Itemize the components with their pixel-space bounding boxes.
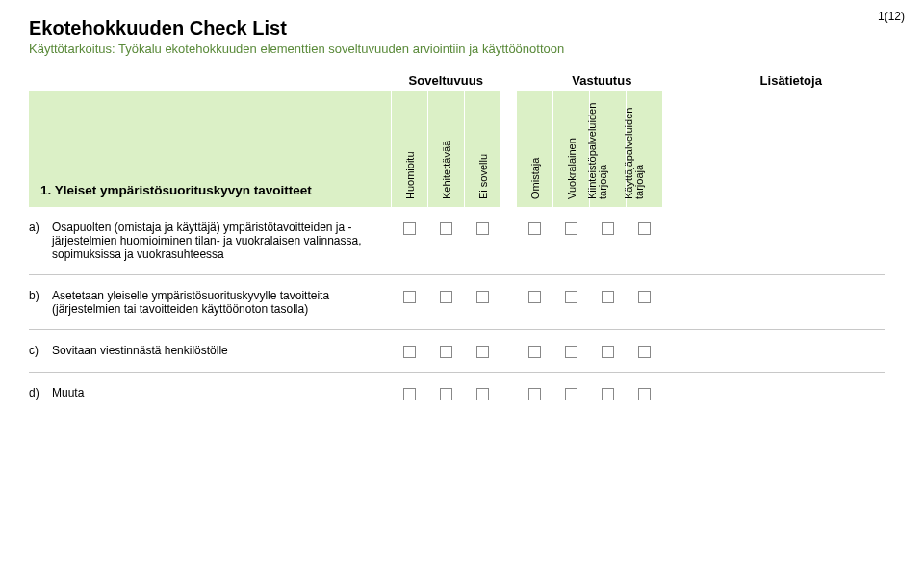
checklist-rows: a)Osapuolten (omistaja ja käyttäjä) ympä… bbox=[29, 207, 886, 414]
col-head-vuokralainen: Vuokralainen bbox=[552, 91, 589, 207]
checkbox[interactable] bbox=[565, 222, 578, 235]
section-title-text: 1. Yleiset ympäristösuorituskyvyn tavoit… bbox=[40, 183, 312, 197]
checkbox[interactable] bbox=[638, 222, 651, 235]
row-text: Sovitaan viestinnästä henkilöstölle bbox=[52, 344, 228, 357]
checkbox[interactable] bbox=[565, 346, 578, 358]
row-letter: d) bbox=[29, 386, 52, 400]
checkbox[interactable] bbox=[403, 388, 416, 400]
row-label: c)Sovitaan viestinnästä henkilöstölle bbox=[29, 344, 391, 357]
checkbox[interactable] bbox=[528, 222, 541, 235]
checkbox[interactable] bbox=[602, 222, 614, 235]
row-checkboxes bbox=[391, 289, 662, 303]
col-head-kayttaja: Käyttäjäpalveluidentarjoaja bbox=[626, 91, 662, 207]
section-title: 1. Yleiset ympäristösuorituskyvyn tavoit… bbox=[29, 91, 391, 207]
page-number: 1(12) bbox=[878, 10, 905, 23]
checkbox[interactable] bbox=[476, 291, 489, 303]
row-checkboxes bbox=[391, 220, 662, 235]
col-head-huomioitu: Huomioitu bbox=[391, 91, 427, 207]
page-subtitle: Käyttötarkoitus: Työkalu ekotehokkuuden … bbox=[29, 41, 886, 56]
checkbox[interactable] bbox=[528, 346, 541, 358]
checkbox[interactable] bbox=[440, 346, 452, 358]
checkbox[interactable] bbox=[602, 346, 614, 358]
group-header-lisatietoja: Lisätietoja bbox=[697, 73, 886, 88]
col-head-omistaja: Omistaja bbox=[516, 91, 552, 207]
row-checkboxes bbox=[391, 386, 662, 400]
checkbox[interactable] bbox=[565, 388, 578, 400]
col-head-kehitettavaa: Kehitettävää bbox=[427, 91, 464, 207]
row-checkboxes bbox=[391, 344, 662, 358]
checklist-row: a)Osapuolten (omistaja ja käyttäjä) ympä… bbox=[29, 207, 886, 275]
row-label: d)Muuta bbox=[29, 386, 391, 400]
col-head-ei-sovellu: Ei sovellu bbox=[464, 91, 500, 207]
checkbox[interactable] bbox=[476, 222, 489, 235]
group-header-soveltuvuus: Soveltuvuus bbox=[384, 73, 507, 88]
row-text: Osapuolten (omistaja ja käyttäjä) ympäri… bbox=[52, 220, 372, 261]
checkbox[interactable] bbox=[638, 346, 651, 358]
row-label: a)Osapuolten (omistaja ja käyttäjä) ympä… bbox=[29, 220, 391, 261]
checklist-row: d)Muuta bbox=[29, 373, 886, 414]
page-title: Ekotehokkuuden Check List bbox=[29, 17, 886, 39]
checkbox[interactable] bbox=[638, 388, 651, 400]
checkbox[interactable] bbox=[602, 291, 614, 303]
checkbox[interactable] bbox=[403, 346, 416, 358]
checkbox[interactable] bbox=[440, 222, 452, 235]
row-letter: b) bbox=[29, 289, 52, 316]
checkbox[interactable] bbox=[440, 291, 452, 303]
checkbox[interactable] bbox=[403, 222, 416, 235]
column-group-headers: Soveltuvuus Vastuutus Lisätietoja bbox=[29, 73, 886, 88]
col-head-kiinteisto: Kiinteistöpalveluidentarjoaja bbox=[589, 91, 626, 207]
group-header-vastuutus: Vastuutus bbox=[507, 73, 696, 88]
checkbox[interactable] bbox=[602, 388, 614, 400]
section-header-row: 1. Yleiset ympäristösuorituskyvyn tavoit… bbox=[29, 91, 886, 207]
checklist-row: b)Asetetaan yleiselle ympäristösuoritusk… bbox=[29, 275, 886, 330]
row-label: b)Asetetaan yleiselle ympäristösuoritusk… bbox=[29, 289, 391, 316]
checkbox[interactable] bbox=[476, 388, 489, 400]
checkbox[interactable] bbox=[528, 388, 541, 400]
checkbox[interactable] bbox=[565, 291, 578, 303]
checkbox[interactable] bbox=[528, 291, 541, 303]
row-text: Muuta bbox=[52, 386, 84, 400]
checkbox[interactable] bbox=[638, 291, 651, 303]
row-letter: a) bbox=[29, 220, 52, 261]
row-letter: c) bbox=[29, 344, 52, 357]
checkbox[interactable] bbox=[403, 291, 416, 303]
checkbox[interactable] bbox=[476, 346, 489, 358]
checkbox[interactable] bbox=[440, 388, 452, 400]
checklist-row: c)Sovitaan viestinnästä henkilöstölle bbox=[29, 330, 886, 373]
row-text: Asetetaan yleiselle ympäristösuorituskyv… bbox=[52, 289, 372, 316]
